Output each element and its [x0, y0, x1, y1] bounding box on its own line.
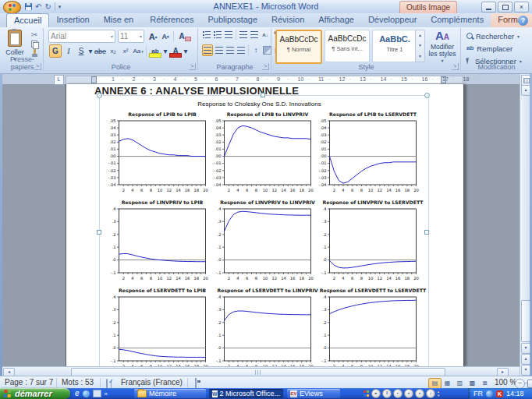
subscript-button[interactable]: x₂	[108, 45, 119, 57]
style-card-3[interactable]: AaBbC.Titre 1	[372, 30, 417, 62]
numbering-button[interactable]	[213, 30, 222, 40]
font-dialog-launcher[interactable]: ↘	[189, 63, 196, 70]
tray-antivirus-icon[interactable]: K	[496, 390, 503, 397]
copy-icon[interactable]	[31, 41, 37, 48]
tray-network-icon[interactable]	[486, 390, 493, 397]
font-size-combo[interactable]: 11▾	[118, 30, 144, 43]
italic-button[interactable]: I	[63, 45, 74, 57]
justify-button[interactable]	[236, 45, 246, 55]
tab-publipostage[interactable]: Publipostage	[200, 13, 264, 27]
font-color-dropdown-icon[interactable]: ▾	[183, 45, 188, 57]
quick-launch-overflow-icon[interactable]: »	[105, 390, 108, 397]
paragraph-dialog-launcher[interactable]: ↘	[262, 63, 269, 70]
next-page-icon[interactable]: ▾	[521, 365, 530, 376]
font-color-button[interactable]: A	[169, 45, 182, 57]
vertical-scroll-thumb[interactable]	[521, 300, 530, 342]
view-outline-icon[interactable]: ▩	[466, 378, 479, 389]
change-styles-button[interactable]: AA Modifier les styles ▾	[427, 30, 458, 67]
font-name-combo[interactable]: Arial▾	[48, 30, 115, 43]
selection-handle-top-center[interactable]	[261, 93, 265, 97]
media-button-5[interactable]: »	[415, 389, 424, 398]
sort-button[interactable]: A↓	[261, 30, 270, 40]
page-indicator[interactable]: Page : 7 sur 7	[5, 378, 53, 387]
view-draft-icon[interactable]: ≣	[478, 378, 491, 389]
vertical-scrollbar[interactable]: ▴ ▾ ▴ ▾	[520, 74, 530, 376]
view-print-layout-icon[interactable]: ▤	[428, 378, 442, 389]
tab-insertion[interactable]: Insertion	[49, 13, 96, 27]
tab-stop-selector[interactable]: L	[54, 75, 64, 85]
cut-icon[interactable]: ✂	[31, 30, 37, 39]
style-gallery-scroll[interactable]: ▲ ▼ ▼	[415, 30, 425, 62]
change-case-button[interactable]: Aa▾	[133, 45, 144, 57]
start-button[interactable]: démarrer	[0, 388, 70, 399]
scroll-down-icon[interactable]: ▾	[521, 343, 530, 354]
underline-button[interactable]: S	[76, 45, 87, 57]
style-card-1[interactable]: AaBbCcDc¶ Normal	[275, 30, 322, 64]
taskbar-button-m-moire[interactable]: Mémoire	[134, 389, 206, 398]
line-spacing-button[interactable]: ↕	[251, 45, 261, 55]
selection-handle-top-right[interactable]	[424, 93, 430, 98]
style-scroll-up-icon[interactable]: ▲	[416, 30, 424, 41]
taskbar-button-eviews[interactable]: EVEViews	[287, 389, 340, 398]
document-page[interactable]: ANNEXE 6 : ANALYSE IMPULSIONNELLE Respon…	[66, 84, 464, 366]
clear-formatting-button[interactable]: A	[176, 30, 187, 42]
language-bar[interactable]: FR	[473, 390, 483, 397]
bullets-button[interactable]	[202, 30, 211, 40]
media-button-6[interactable]: ♪	[426, 389, 435, 398]
scroll-up-icon[interactable]: ▴	[521, 85, 530, 96]
ruler-toggle-button[interactable]	[521, 75, 530, 86]
style-scroll-down-icon[interactable]: ▼	[416, 41, 424, 51]
clipboard-dialog-launcher[interactable]: ↘	[34, 63, 41, 70]
align-left-button[interactable]	[202, 44, 213, 56]
strikethrough-button[interactable]: abe	[94, 45, 106, 57]
highlight-button[interactable]: ab	[149, 45, 161, 57]
tab-r-vision[interactable]: Révision	[264, 13, 311, 27]
macro-record-icon[interactable]	[195, 379, 197, 388]
grow-font-button[interactable]: A	[147, 30, 158, 42]
help-button[interactable]: ?	[518, 16, 528, 26]
selection-handle-top-left[interactable]	[97, 93, 102, 98]
show-desktop-icon[interactable]	[93, 390, 101, 397]
tab-r-f-rences[interactable]: Références	[143, 13, 200, 27]
style-card-2[interactable]: AaBbCcDc¶ Sans int...	[325, 30, 370, 62]
style-gallery-more-icon[interactable]: ▼	[416, 51, 424, 62]
remplacer-button[interactable]: abRemplacer	[466, 43, 512, 54]
word-count[interactable]: Mots : 53	[62, 378, 94, 387]
minimize-button[interactable]	[481, 2, 496, 12]
tab-affichage[interactable]: Affichage	[311, 13, 361, 27]
view-web-layout-icon[interactable]: ▥	[453, 378, 466, 389]
superscript-button[interactable]: x²	[120, 45, 131, 57]
bold-button[interactable]: G	[49, 44, 62, 58]
highlight-dropdown-icon[interactable]: ▾	[163, 45, 168, 57]
align-right-button[interactable]	[225, 45, 235, 55]
tab-d-veloppeur[interactable]: Développeur	[361, 13, 424, 27]
multilevel-list-button[interactable]	[224, 30, 233, 40]
selection-handle-mid-right[interactable]	[424, 230, 429, 235]
rechercher-button[interactable]: Rechercher▾	[466, 30, 520, 41]
media-toolbar-arrows-icon[interactable]: ▲▼	[437, 390, 440, 397]
tab-compl-ments[interactable]: Compléments	[424, 13, 491, 27]
shading-button[interactable]	[262, 45, 271, 55]
messenger-icon[interactable]	[83, 390, 90, 397]
taskbar-button-2-microsoft-office-[interactable]: W2 Microsoft Office...▾	[209, 389, 283, 398]
impulse-response-figure[interactable]: Response to Cholesky One S.D. Innovation…	[101, 100, 417, 366]
zoom-slider-thumb[interactable]	[527, 380, 532, 388]
close-button[interactable]: ×	[514, 2, 529, 12]
media-button-3[interactable]: ▪	[393, 389, 403, 398]
tab-accueil[interactable]: Accueil	[6, 13, 49, 28]
picture-tools-chip[interactable]: Outils Image	[399, 1, 457, 14]
increase-indent-button[interactable]	[250, 30, 259, 40]
zoom-level[interactable]: 100 %	[495, 378, 516, 387]
indent-marker-left[interactable]	[91, 76, 97, 83]
language-indicator[interactable]: Français (France)	[121, 378, 183, 387]
horizontal-ruler[interactable]: L 1·2·3·4·5·6·7·8·9·10·11·12·13·14·15·16…	[2, 74, 520, 85]
media-button-2[interactable]: ‖	[382, 389, 392, 398]
tab-mise-en-page[interactable]: Mise en page	[97, 13, 144, 27]
previous-page-icon[interactable]: ▴	[521, 354, 530, 365]
underline-dropdown-icon[interactable]: ▾	[88, 45, 93, 57]
media-button-1[interactable]: ▸	[371, 389, 381, 398]
align-center-button[interactable]	[215, 45, 224, 55]
media-button-4[interactable]: «	[404, 389, 413, 398]
internet-explorer-icon[interactable]: e	[75, 390, 80, 397]
restore-button[interactable]	[498, 2, 512, 12]
